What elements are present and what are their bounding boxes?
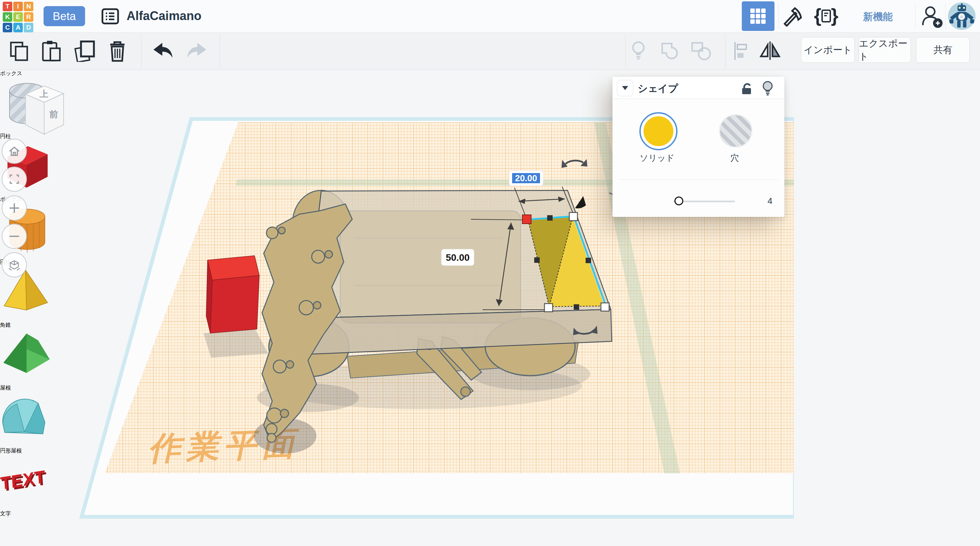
group-button[interactable] [660,41,682,60]
sides-slider-handle[interactable] [675,197,683,205]
plus-icon [8,201,21,215]
shape-label: 円形屋根 [0,448,68,454]
share-button[interactable]: 共有 [916,37,970,63]
svg-text:}: } [831,5,838,26]
duplicate-button[interactable] [74,40,96,62]
dim-depth-value[interactable]: 50.00 [446,252,469,263]
logo-tile: I [13,2,23,11]
logo-tile: R [24,12,33,22]
roof-green-icon [0,329,54,383]
invite-user-icon[interactable] [921,5,945,28]
tinkercad-logo[interactable]: T I N K E R C A D [3,2,33,32]
red-box-shape[interactable] [206,256,259,333]
sides-value: 4 [759,196,772,206]
ungroup-button[interactable] [691,41,714,60]
shape-text[interactable]: TEXT TEXT 文字 [0,454,68,517]
logo-tile: E [13,12,23,22]
handle-mid-bottom [574,304,579,310]
codeblocks-icon[interactable]: { } [813,5,839,27]
handle-corner-left [544,303,553,312]
lightbulb-icon[interactable] [761,80,775,97]
logo-tile: K [3,12,12,22]
redo-button[interactable] [186,41,209,60]
svg-text:{: { [814,5,821,26]
app-header: T I N K E R C A D Beta AlfaCaimano [0,0,980,33]
beta-button[interactable]: Beta [43,6,85,26]
panel-title: シェイプ [638,82,678,95]
fit-view-button[interactable] [2,167,27,192]
handle-mid-right [585,258,591,263]
shape-label: 文字 [0,510,68,517]
edit-toolbar: インポート エクスポート 共有 [0,33,980,70]
view-cube[interactable]: 上 前 [19,80,70,149]
hole-option[interactable] [719,114,752,148]
user-avatar[interactable] [948,2,975,30]
document-title[interactable]: AlfaCaimano [127,9,202,23]
delete-button[interactable] [108,40,127,62]
chevron-down-icon [622,86,628,90]
copy-button[interactable] [10,41,29,62]
handle-mid-top [547,215,553,221]
document-list-icon[interactable] [102,8,119,24]
tinkercad-app: 作業平面 [0,0,980,546]
panel-collapse-button[interactable] [617,80,633,96]
import-button[interactable]: インポート [801,37,855,63]
logo-tile: A [13,23,23,32]
solid-option[interactable] [640,112,678,150]
shape-label: ボックス [0,70,68,77]
home-icon [8,144,21,158]
shape-round-roof[interactable]: 円形屋根 [0,392,68,454]
text-red-icon: TEXT TEXT [0,454,58,509]
toolbar-separator [141,34,142,68]
dashboard-button[interactable] [742,2,775,31]
grid-icon [750,8,766,24]
fit-view-icon [8,172,21,186]
view-cube-front-label[interactable]: 前 [49,109,58,119]
export-button[interactable]: エクスポート [859,37,911,63]
unlock-icon[interactable] [740,82,755,95]
handle-corner-back [569,213,578,221]
shape-roof[interactable]: 屋根 [0,329,68,392]
toolbar-separator [725,34,725,68]
zoom-in-button[interactable] [2,195,27,221]
home-view-button[interactable] [2,139,27,164]
shape-label: 角錐 [0,322,68,329]
minus-icon [8,230,21,243]
align-button[interactable] [732,41,750,60]
header-separator [915,3,916,29]
logo-tile: D [24,23,33,32]
show-all-button[interactable] [630,40,646,61]
hole-option-label: 穴 [701,152,769,163]
paste-button[interactable] [41,40,61,62]
handle-corner-active [522,215,531,224]
whats-new-link[interactable]: 新機能 [854,10,902,24]
panel-divider [619,179,778,180]
handle-mid-left [534,257,540,263]
perspective-cube-icon [8,258,21,271]
robot-avatar-icon [948,2,975,30]
logo-tile: C [3,23,12,32]
handle-corner-right [601,303,609,311]
minecraft-pickaxe-icon[interactable] [782,6,802,27]
toolbar-separator [220,34,220,68]
logo-tile: N [24,2,33,11]
toolbar-separator [625,34,626,68]
logo-tile: T [3,2,12,11]
zoom-out-button[interactable] [2,224,27,249]
undo-button[interactable] [151,41,173,60]
shape-inspector-panel: シェイプ ソリッド 穴 側面 4 [612,77,784,217]
header-separator [945,3,946,29]
mirror-button[interactable] [759,41,781,60]
solid-option-label: ソリッド [623,152,691,163]
solid-color-swatch [643,116,673,146]
view-cube-top-label[interactable]: 上 [40,89,48,99]
dim-width-value[interactable]: 20.00 [515,173,537,183]
roundroof-cyan-icon [0,392,54,446]
perspective-toggle-button[interactable] [2,252,27,278]
shape-label: 屋根 [0,384,68,392]
